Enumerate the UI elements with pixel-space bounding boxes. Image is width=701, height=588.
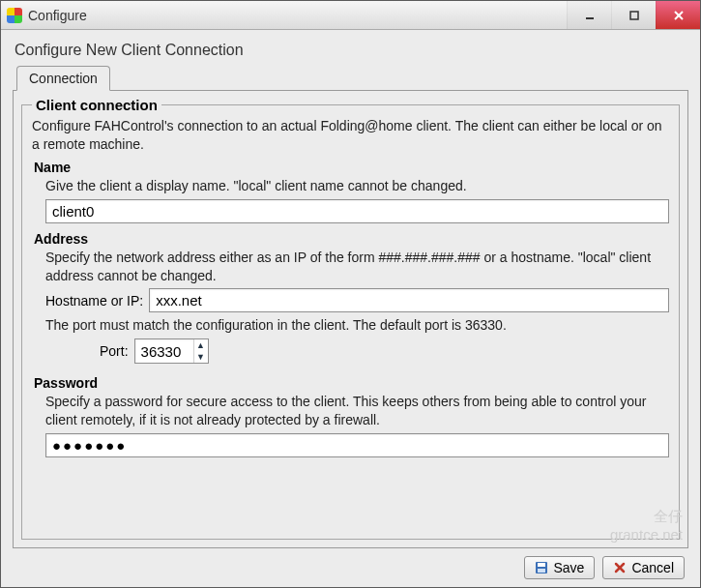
name-description: Give the client a display name. "local" … xyxy=(45,177,669,195)
save-label: Save xyxy=(553,560,584,575)
minimize-button[interactable] xyxy=(567,1,611,29)
address-description: Specify the network address either as an… xyxy=(45,249,669,285)
svg-rect-1 xyxy=(630,12,638,19)
titlebar[interactable]: Configure xyxy=(1,1,700,30)
hostname-input[interactable] xyxy=(149,288,669,312)
address-section: Address Specify the network address eith… xyxy=(32,231,669,368)
port-input[interactable] xyxy=(135,339,193,363)
password-section: Password Specify a password for secure a… xyxy=(32,375,669,457)
cancel-button[interactable]: Cancel xyxy=(602,556,685,579)
group-legend: Client connection xyxy=(32,97,161,113)
name-title: Name xyxy=(34,160,669,175)
password-input[interactable] xyxy=(45,433,669,457)
close-button[interactable] xyxy=(656,1,700,29)
address-title: Address xyxy=(34,231,669,247)
port-spinner[interactable]: ▲ ▼ xyxy=(134,338,209,364)
tab-connection[interactable]: Connection xyxy=(16,66,110,91)
cancel-label: Cancel xyxy=(631,560,674,575)
close-icon xyxy=(673,10,685,21)
svg-rect-5 xyxy=(538,563,545,567)
dialog-subtitle: Configure New Client Connection xyxy=(15,42,688,59)
port-description: The port must match the configuration in… xyxy=(45,316,669,335)
hostname-label: Hostname or IP: xyxy=(45,293,143,309)
app-icon xyxy=(7,8,22,23)
svg-rect-6 xyxy=(538,569,545,573)
dialog-buttons: Save Cancel xyxy=(13,548,688,579)
window-controls xyxy=(567,1,700,29)
password-title: Password xyxy=(34,375,669,391)
name-section: Name Give the client a display name. "lo… xyxy=(32,160,669,223)
tab-row: Connection xyxy=(16,65,688,90)
client-connection-group: Client connection Configure FAHControl's… xyxy=(21,97,680,540)
port-step-down[interactable]: ▼ xyxy=(194,351,208,363)
group-description: Configure FAHControl's connection to an … xyxy=(32,117,669,154)
window-body: Configure New Client Connection Connecti… xyxy=(1,30,700,587)
window-title: Configure xyxy=(28,8,567,23)
window-frame: Configure Configure New Client Connectio… xyxy=(0,0,701,588)
save-button[interactable]: Save xyxy=(524,556,595,579)
name-input[interactable] xyxy=(45,199,669,223)
maximize-button[interactable] xyxy=(611,1,656,29)
maximize-icon xyxy=(628,10,640,21)
password-description: Specify a password for secure access to … xyxy=(45,393,669,429)
port-label: Port: xyxy=(100,343,129,359)
cancel-icon xyxy=(613,561,627,574)
port-step-up[interactable]: ▲ xyxy=(194,339,208,351)
save-icon xyxy=(535,561,548,574)
tab-panel: Client connection Configure FAHControl's… xyxy=(13,90,688,548)
minimize-icon xyxy=(584,10,596,21)
